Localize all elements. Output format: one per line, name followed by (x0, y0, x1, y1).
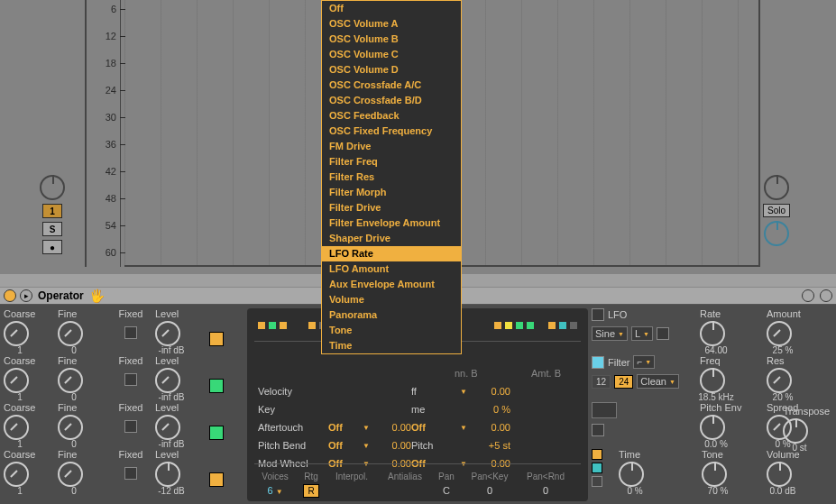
transpose-knob[interactable]: 0 st (783, 418, 808, 444)
antialias-label: Antialias (381, 472, 429, 481)
voices-value[interactable]: 6 ▼ (254, 485, 296, 496)
track-dial[interactable] (40, 175, 65, 200)
lfo-wave-select[interactable]: Sine▼ (592, 326, 628, 341)
pankey-value[interactable]: 0 (464, 485, 516, 496)
dest-select[interactable]: ff (411, 386, 460, 397)
menu-item[interactable]: OSC Crossfade A/C (322, 78, 461, 93)
dest-b-select[interactable]: Pitch (411, 440, 460, 451)
dest-select[interactable]: me (411, 404, 460, 415)
fixed-checkbox[interactable] (124, 467, 137, 480)
osc-a-selector[interactable] (209, 472, 224, 487)
amount-b-value[interactable]: +5 st (473, 440, 510, 451)
fine-knob[interactable]: 0 (58, 462, 83, 487)
menu-item[interactable]: FM Drive (322, 139, 461, 154)
record-arm-button[interactable]: ● (42, 240, 62, 254)
filter-shape-select[interactable]: ⌐▼ (633, 355, 655, 369)
preset-prev-button[interactable] (802, 289, 814, 302)
menu-item[interactable]: OSC Volume B (322, 32, 461, 47)
menu-item[interactable]: Filter Res (322, 170, 461, 185)
menu-item[interactable]: Filter Freq (322, 154, 461, 170)
coarse-knob[interactable]: 1 (4, 462, 29, 487)
filter-type-select[interactable]: Clean▼ (637, 374, 679, 389)
rate-knob[interactable]: 64.00 (700, 321, 725, 346)
menu-item[interactable]: Time (322, 338, 461, 353)
menu-item[interactable]: OSC Volume A (322, 16, 461, 32)
chevron-down-icon[interactable]: ▼ (460, 388, 473, 396)
modulation-destination-menu[interactable]: OffOSC Volume AOSC Volume BOSC Volume CO… (321, 0, 462, 354)
level-knob[interactable]: -inf dB (155, 368, 180, 393)
osc-c-selector[interactable] (209, 379, 224, 393)
amount-a-value[interactable]: 0.00 (375, 440, 411, 451)
menu-item[interactable]: Shaper Drive (322, 231, 461, 246)
chevron-down-icon[interactable]: ▼ (363, 442, 375, 450)
fine-knob[interactable]: 0 (58, 415, 83, 440)
panrnd-value[interactable]: 0 (519, 485, 572, 496)
pan-value[interactable]: C (433, 485, 460, 496)
menu-item[interactable]: Aux Envelope Amount (322, 277, 461, 292)
pitchenv-knob[interactable]: 0.0 % (700, 415, 725, 440)
menu-item[interactable]: Panorama (322, 307, 461, 323)
osc-d-selector[interactable] (209, 332, 224, 346)
tone-knob[interactable]: 70 % (702, 462, 727, 487)
time-knob[interactable]: 0 % (619, 462, 644, 487)
pitch-env-enable[interactable] (592, 424, 604, 436)
filter-24-button[interactable]: 24 (614, 375, 633, 389)
osc-b-selector[interactable] (209, 426, 224, 440)
level-knob[interactable]: -inf dB (155, 415, 180, 440)
menu-item[interactable]: OSC Fixed Frequency (322, 124, 461, 139)
coarse-knob[interactable]: 1 (4, 415, 29, 440)
fixed-checkbox[interactable] (124, 420, 137, 433)
volume-knob[interactable]: 0.0 dB (767, 462, 792, 487)
level-knob[interactable]: -12 dB (155, 462, 180, 487)
menu-item[interactable]: OSC Crossfade B/D (322, 93, 461, 108)
coarse-knob[interactable]: 1 (4, 368, 29, 393)
filter-12-button[interactable]: 12 (592, 375, 611, 389)
amount-value[interactable]: 0.00 (473, 386, 510, 397)
device-power-button[interactable] (4, 289, 16, 302)
menu-item[interactable]: LFO Rate (322, 246, 461, 261)
dest-b-select[interactable]: Off (411, 422, 460, 433)
filter-enable[interactable] (592, 356, 604, 369)
menu-item[interactable]: OSC Volume C (322, 47, 461, 62)
fixed-checkbox[interactable] (124, 326, 137, 339)
lfo-retrig[interactable] (657, 327, 669, 340)
cue-dial[interactable] (764, 221, 789, 246)
menu-item[interactable]: LFO Amount (322, 261, 461, 277)
amount-a-value[interactable]: 0.00 (375, 422, 411, 433)
dest-a-select[interactable]: Off (328, 422, 363, 433)
menu-item[interactable]: Tone (322, 323, 461, 338)
amount-value[interactable]: 0 % (473, 404, 510, 415)
preset-save-button[interactable] (820, 289, 832, 302)
section-pip[interactable] (592, 476, 602, 487)
menu-item[interactable]: Off (322, 1, 461, 16)
device-expand-button[interactable]: ▸ (20, 289, 32, 302)
chevron-down-icon[interactable]: ▼ (363, 424, 375, 432)
section-pip[interactable] (592, 463, 602, 473)
rtg-label: Rtg (299, 472, 323, 481)
rtg-toggle[interactable]: R (303, 484, 318, 498)
level-knob[interactable]: -inf dB (155, 321, 180, 346)
chevron-down-icon[interactable]: ▼ (460, 424, 473, 432)
menu-item[interactable]: OSC Feedback (322, 108, 461, 124)
menu-item[interactable]: Filter Envelope Amount (322, 215, 461, 231)
lfo-sync-select[interactable]: L▼ (631, 326, 653, 341)
res-knob[interactable]: 20 % (767, 368, 792, 393)
fixed-checkbox[interactable] (124, 373, 137, 386)
coarse-knob[interactable]: 1 (4, 321, 29, 346)
menu-item[interactable]: Filter Morph (322, 185, 461, 200)
pitch-env-shape[interactable] (592, 402, 617, 418)
menu-item[interactable]: Filter Drive (322, 200, 461, 215)
amount-b-value[interactable]: 0.00 (473, 422, 510, 433)
master-dial[interactable] (764, 175, 789, 200)
amount-knob[interactable]: 25 % (767, 321, 792, 346)
section-pip[interactable] (592, 449, 602, 460)
fine-knob[interactable]: 0 (58, 321, 83, 346)
dest-a-select[interactable]: Off (328, 440, 363, 451)
track-activator[interactable]: 1 (42, 204, 62, 218)
freq-knob[interactable]: 18.5 kHz (700, 368, 725, 393)
solo-button[interactable]: S (42, 222, 62, 236)
fine-knob[interactable]: 0 (58, 368, 83, 393)
menu-item[interactable]: Volume (322, 292, 461, 307)
lfo-enable[interactable] (592, 308, 604, 321)
menu-item[interactable]: OSC Volume D (322, 62, 461, 78)
